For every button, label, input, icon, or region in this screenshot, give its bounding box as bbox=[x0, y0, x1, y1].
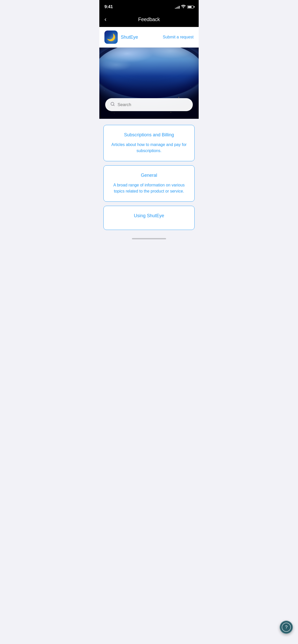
battery-icon bbox=[187, 5, 194, 9]
home-indicator bbox=[99, 236, 199, 240]
brand-left: 🌙 ShutEye bbox=[104, 31, 138, 44]
status-icons bbox=[175, 5, 194, 9]
subscriptions-card[interactable]: Subscriptions and Billing Articles about… bbox=[103, 125, 195, 161]
search-bar[interactable] bbox=[105, 98, 193, 111]
brand-logo: 🌙 bbox=[104, 31, 118, 44]
using-shuteye-card-title: Using ShutEye bbox=[109, 213, 189, 218]
general-card[interactable]: General A broad range of information on … bbox=[103, 165, 195, 202]
nav-bar: ‹ Feedback bbox=[99, 13, 199, 27]
back-button[interactable]: ‹ bbox=[104, 16, 106, 22]
brand-name: ShutEye bbox=[121, 35, 138, 40]
search-icon bbox=[110, 102, 115, 108]
content-area: Subscriptions and Billing Articles about… bbox=[99, 119, 199, 236]
general-card-description: A broad range of information on various … bbox=[109, 182, 189, 194]
using-shuteye-card[interactable]: Using ShutEye bbox=[103, 206, 195, 230]
moon-icon: 🌙 bbox=[107, 33, 116, 41]
status-time: 9:41 bbox=[104, 4, 113, 9]
subscriptions-card-description: Articles about how to manage and pay for… bbox=[109, 142, 189, 154]
brand-header: 🌙 ShutEye Submit a request bbox=[99, 27, 199, 48]
svg-line-1 bbox=[114, 105, 114, 106]
signal-icon bbox=[175, 5, 180, 9]
wifi-icon bbox=[181, 5, 186, 9]
page-title: Feedback bbox=[138, 17, 160, 22]
status-bar: 9:41 bbox=[99, 0, 199, 13]
general-card-title: General bbox=[109, 173, 189, 178]
hero-banner bbox=[99, 48, 199, 119]
submit-request-button[interactable]: Submit a request bbox=[163, 35, 194, 39]
search-input[interactable] bbox=[117, 102, 187, 107]
subscriptions-card-title: Subscriptions and Billing bbox=[109, 132, 189, 138]
